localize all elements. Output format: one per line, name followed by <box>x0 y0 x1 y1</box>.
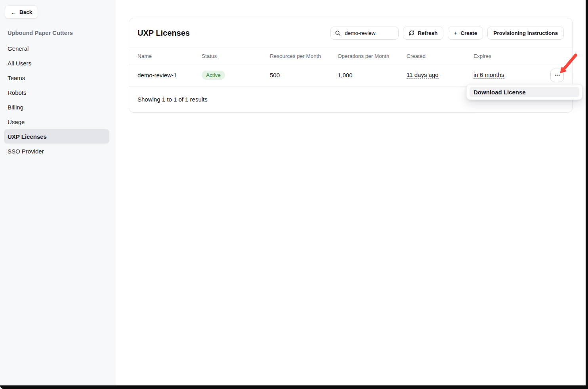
ellipsis-icon: ••• <box>555 73 560 77</box>
row-actions-menu-button[interactable]: ••• <box>550 69 564 82</box>
column-header-resources: Resources per Month <box>270 53 338 59</box>
create-button-label: Create <box>460 30 477 36</box>
header-controls: Refresh + Create Provisioning Instructio… <box>330 27 564 40</box>
window-edge-right <box>586 0 588 389</box>
sidebar-nav: General All Users Teams Robots Billing U… <box>4 41 109 158</box>
status-badge: Active <box>202 71 225 80</box>
column-header-status: Status <box>202 53 270 59</box>
menu-item-download-license[interactable]: Download License <box>470 87 579 97</box>
back-arrow-icon: ← <box>11 10 16 15</box>
license-status-cell: Active <box>202 71 225 80</box>
row-actions-context-menu: Download License <box>466 84 582 100</box>
provisioning-instructions-button[interactable]: Provisioning Instructions <box>487 27 564 40</box>
column-header-operations: Operations per Month <box>338 53 407 59</box>
column-header-name: Name <box>137 53 202 59</box>
page-title: UXP Licenses <box>137 29 190 38</box>
sidebar-item-billing[interactable]: Billing <box>4 100 109 114</box>
organization-title: Upbound Paper Cutters <box>8 30 73 36</box>
resources-per-month-cell: 500 <box>270 72 338 79</box>
column-header-expires: Expires <box>473 53 542 59</box>
back-button-label: Back <box>19 9 32 15</box>
expires-cell[interactable]: in 6 months <box>473 71 542 79</box>
back-button[interactable]: ← Back <box>5 6 38 19</box>
search-icon <box>335 30 341 36</box>
search-input[interactable] <box>344 30 394 36</box>
created-tooltip-text[interactable]: 11 days ago <box>407 71 439 79</box>
provisioning-instructions-label: Provisioning Instructions <box>493 30 558 36</box>
refresh-icon <box>409 30 414 36</box>
sidebar-item-general[interactable]: General <box>4 41 109 56</box>
sidebar-item-usage[interactable]: Usage <box>4 115 109 129</box>
table-header-row: Name Status Resources per Month Operatio… <box>129 48 572 64</box>
operations-per-month-cell: 1,000 <box>338 72 407 79</box>
refresh-button[interactable]: Refresh <box>403 27 443 40</box>
sidebar-item-sso-provider[interactable]: SSO Provider <box>4 144 109 158</box>
expires-tooltip-text[interactable]: in 6 months <box>473 71 504 79</box>
sidebar-item-teams[interactable]: Teams <box>4 71 109 85</box>
column-header-created: Created <box>407 53 473 59</box>
window-edge-bottom <box>0 385 588 389</box>
table-row: demo-review-1 Active 500 1,000 11 days a… <box>129 64 572 86</box>
card-header: UXP Licenses <box>129 18 572 48</box>
license-name-cell: demo-review-1 <box>137 72 202 79</box>
app-window: ← Back Upbound Paper Cutters General All… <box>0 0 588 389</box>
results-count-text: Showing 1 to 1 of 1 results <box>137 96 208 103</box>
created-cell[interactable]: 11 days ago <box>407 71 473 79</box>
create-button[interactable]: + Create <box>448 27 483 40</box>
sidebar-item-all-users[interactable]: All Users <box>4 56 109 70</box>
sidebar-item-uxp-licenses[interactable]: UXP Licenses <box>4 129 109 144</box>
search-box <box>330 27 399 40</box>
settings-sidebar: ← Back Upbound Paper Cutters General All… <box>0 0 116 389</box>
plus-icon: + <box>454 30 457 36</box>
sidebar-item-robots[interactable]: Robots <box>4 85 109 100</box>
refresh-button-label: Refresh <box>418 30 437 36</box>
